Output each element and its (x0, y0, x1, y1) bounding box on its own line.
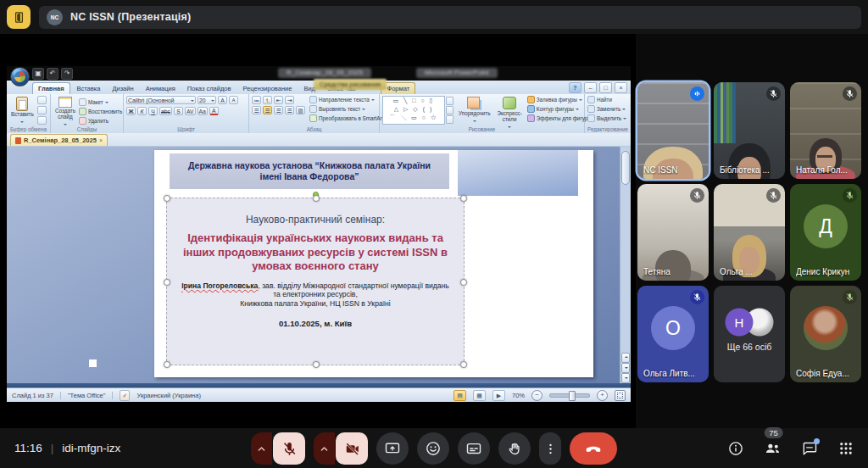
language-indicator[interactable]: Украинский (Украина) (136, 392, 200, 399)
shapes-gallery-scroll[interactable] (446, 97, 453, 124)
bold-button[interactable]: Ж (126, 107, 136, 115)
participant-tile-olga[interactable]: Ольга ... (714, 184, 785, 281)
slideshow-icon[interactable]: ▶ (492, 390, 505, 401)
new-slide-button[interactable]: Создать слайд (53, 96, 77, 128)
indent-more-icon[interactable]: ⇥ (285, 96, 294, 104)
shadow-button[interactable]: S (174, 107, 183, 115)
camera-off-button[interactable] (336, 432, 368, 465)
participant-tile-sofiya[interactable]: Софія Едуа... (790, 286, 861, 382)
font-size-select[interactable]: 20 (198, 96, 216, 104)
shape-outline-button[interactable]: Контур фигуры (527, 105, 579, 113)
spellcheck-icon[interactable]: ✓ (120, 390, 130, 401)
mic-muted-button[interactable] (273, 432, 305, 465)
selection-handle[interactable] (313, 361, 320, 368)
format-painter-icon[interactable] (37, 116, 47, 125)
meeting-room-icon[interactable] (7, 5, 31, 29)
underline-button[interactable]: Ч (148, 107, 158, 115)
close-icon[interactable]: × (615, 82, 627, 93)
slide-canvas[interactable]: Державна наукова установа “Книжкова пала… (154, 150, 593, 377)
scrollbar-thumb[interactable] (621, 151, 630, 185)
help-icon[interactable]: ? (569, 82, 581, 93)
presentation-title-pill[interactable]: NC NC ISSN (Презентація) (39, 6, 861, 29)
participant-tile-natalya[interactable]: Наталя Гол... (790, 82, 861, 179)
delete-slide-button[interactable]: Удалить (79, 117, 108, 125)
participant-tile-biblioteka[interactable]: Бібліотека ... (714, 82, 785, 179)
justify-icon[interactable]: ☰ (285, 106, 294, 114)
meeting-details-button[interactable] (727, 440, 744, 457)
camera-options-chevron[interactable] (314, 432, 335, 465)
zoom-out-icon[interactable]: − (531, 390, 542, 401)
end-call-button[interactable] (570, 432, 617, 465)
selection-handle[interactable] (313, 195, 320, 202)
save-icon[interactable]: ▣ (32, 68, 44, 80)
shrink-font-icon[interactable]: A (229, 96, 238, 104)
chat-panel-button[interactable] (801, 440, 818, 457)
fit-to-window-icon[interactable] (615, 390, 626, 401)
arrange-button[interactable]: Упорядочить (457, 96, 492, 125)
raise-hand-button[interactable] (498, 432, 531, 465)
participant-tile-olga-lytv[interactable]: О Ольга Литв... (637, 286, 709, 382)
participant-tile-tetyana[interactable]: Тетяна (637, 184, 709, 281)
shape-fill-button[interactable]: Заливка фигуры (527, 96, 582, 103)
participant-tile-denys[interactable]: Д Денис Крикун (790, 184, 861, 281)
tab-design[interactable]: Дизайн (107, 83, 138, 94)
mic-options-chevron[interactable] (251, 432, 272, 465)
office-button[interactable] (10, 67, 30, 86)
decorative-gradient-shape[interactable] (458, 150, 578, 196)
tab-review[interactable]: Рецензирование (237, 83, 297, 94)
close-tab-icon[interactable]: × (99, 137, 103, 143)
align-text-button[interactable]: Выровнять текст (309, 105, 365, 113)
next-slide-icon[interactable] (621, 373, 630, 383)
align-right-icon[interactable]: ☰ (274, 106, 283, 114)
captions-button[interactable] (458, 432, 490, 465)
document-tab[interactable]: R_Семінар_28_05_2025 × (10, 134, 108, 146)
undo-icon[interactable]: ↶ (47, 68, 58, 80)
slide-sorter-icon[interactable]: ▦ (473, 390, 486, 401)
grow-font-icon[interactable]: A (218, 96, 227, 104)
people-panel-button[interactable]: 75 (764, 439, 782, 457)
more-options-button[interactable] (539, 432, 561, 465)
scroll-up-icon[interactable] (621, 353, 630, 363)
zoom-in-icon[interactable]: + (597, 390, 608, 401)
select-button[interactable]: Выделить (587, 114, 626, 122)
previous-slide-icon[interactable] (621, 363, 630, 373)
char-spacing-button[interactable]: AV (185, 107, 196, 115)
numbering-icon[interactable]: ⒈ (263, 96, 272, 104)
strikethrough-button[interactable]: abc (159, 107, 172, 115)
tab-insert[interactable]: Вставка (72, 83, 106, 94)
bullets-icon[interactable]: ≔ (252, 96, 261, 104)
tab-animation[interactable]: Анимация (141, 83, 181, 94)
activities-button[interactable] (837, 440, 854, 457)
overflow-tile[interactable]: Н Ще 66 осіб (714, 286, 785, 382)
font-family-select[interactable]: Calibri (Основной (126, 96, 196, 104)
text-direction-button[interactable]: Направление текста (309, 96, 375, 103)
quick-access-toolbar[interactable]: ▣ ↶ ↷ (32, 68, 73, 80)
org-title-textbox[interactable]: Державна наукова установа “Книжкова пала… (170, 153, 449, 189)
present-screen-button[interactable] (376, 432, 409, 465)
vertical-scrollbar[interactable] (620, 147, 631, 383)
paste-button[interactable]: Вставить (9, 96, 36, 125)
font-color-button[interactable]: А (209, 107, 219, 115)
selection-handle[interactable] (460, 361, 467, 368)
align-center-icon[interactable]: ☰ (263, 106, 272, 114)
shape-effects-button[interactable]: Эффекты для фигур (527, 114, 593, 122)
pane-splitter-handle[interactable] (88, 359, 97, 368)
minimize-icon[interactable]: – (584, 82, 597, 93)
smartart-button[interactable]: Преобразовать в SmartArt (309, 114, 388, 122)
italic-button[interactable]: К (137, 107, 147, 115)
quick-styles-button[interactable]: Экспресс-стили (495, 96, 523, 131)
copy-icon[interactable] (37, 106, 47, 114)
selection-handle[interactable] (164, 361, 170, 368)
shapes-gallery[interactable]: ▭ ╲ □ ○ ▯ △ ▷ ◇ ( ) ⌒ ╲ ▭ ○ ☆ (382, 96, 445, 125)
change-case-button[interactable]: Aa (198, 107, 208, 115)
align-left-icon[interactable]: ☰ (252, 106, 261, 114)
layout-button[interactable]: Макет (79, 98, 108, 106)
normal-view-icon[interactable]: ▤ (453, 390, 466, 401)
zoom-slider-thumb[interactable] (569, 391, 576, 401)
redo-icon[interactable]: ↷ (61, 68, 73, 80)
find-button[interactable]: Найти (587, 96, 612, 103)
replace-button[interactable]: Заменить (587, 105, 626, 113)
indent-less-icon[interactable]: ⇤ (274, 96, 283, 104)
selection-handle[interactable] (460, 279, 467, 286)
columns-icon[interactable]: ▥ (296, 106, 305, 114)
